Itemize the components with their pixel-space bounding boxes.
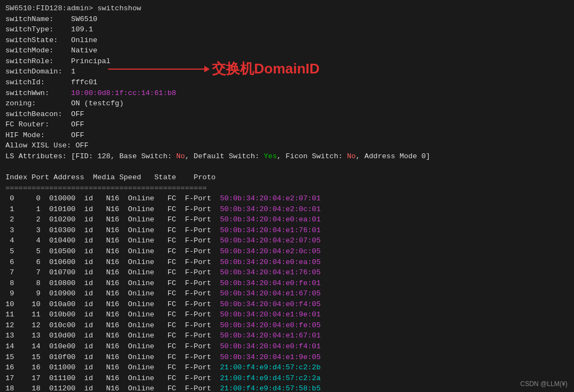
- annotation-text: 交换机DomainID: [212, 59, 319, 78]
- table-header: Index Port Address Media Speed State Pro…: [5, 172, 569, 183]
- switch-type-line: switchType: 109.1: [5, 24, 569, 35]
- table-row: 8 8 010800 id N16 Online FC F-Port 50:0b…: [5, 278, 569, 289]
- table-row: 5 5 010500 id N16 Online FC F-Port 50:0b…: [5, 246, 569, 257]
- table-row: 4 4 010400 id N16 Online FC F-Port 50:0b…: [5, 235, 569, 246]
- switch-mode-line: switchMode: Native: [5, 45, 569, 56]
- switch-beacon-line: switchBeacon: OFF: [5, 109, 569, 120]
- table-row: 7 7 010700 id N16 Online FC F-Port 50:0b…: [5, 267, 569, 278]
- switch-wwn-line: switchWwn: 10:00:0d8:1f:cc:14:61:b8: [5, 88, 569, 99]
- terminal: SW6510:FID128:admin> switchshow switchNa…: [0, 0, 574, 392]
- domain-id-annotation: 交换机DomainID: [108, 59, 319, 78]
- table-row: 1 1 010100 id N16 Online FC F-Port 50:0b…: [5, 204, 569, 215]
- table-row: 17 17 011100 id N16 Online FC F-Port 21:…: [5, 373, 569, 384]
- fc-router-line: FC Router: OFF: [5, 119, 569, 130]
- table-row: 15 15 010f00 id N16 Online FC F-Port 50:…: [5, 352, 569, 363]
- ls-attributes-line: LS Attributes: [FID: 128, Base Switch: N…: [5, 151, 569, 162]
- table-row: 11 11 010b00 id N16 Online FC F-Port 50:…: [5, 309, 569, 320]
- table-row: 16 16 011000 id N16 Online FC F-Port 21:…: [5, 362, 569, 373]
- allow-xisl-line: Allow XISL Use: OFF: [5, 140, 569, 151]
- table-row: 3 3 010300 id N16 Online FC F-Port 50:0b…: [5, 225, 569, 236]
- table-row: 10 10 010a00 id N16 Online FC F-Port 50:…: [5, 299, 569, 310]
- hif-mode-line: HIF Mode: OFF: [5, 130, 569, 141]
- zoning-line: zoning: ON (testcfg): [5, 98, 569, 109]
- switch-id-line: switchId: fffc01: [5, 77, 569, 88]
- table-body: 0 0 010000 id N16 Online FC F-Port 50:0b…: [5, 193, 569, 392]
- table-separator: ========================================…: [5, 183, 569, 194]
- table-row: 2 2 010200 id N16 Online FC F-Port 50:0b…: [5, 214, 569, 225]
- prompt-line: SW6510:FID128:admin> switchshow: [5, 3, 569, 14]
- table-row: 9 9 010900 id N16 Online FC F-Port 50:0b…: [5, 288, 569, 299]
- switch-name-line: switchName: SW6510: [5, 14, 569, 25]
- table-row: 0 0 010000 id N16 Online FC F-Port 50:0b…: [5, 193, 569, 204]
- table-row: 18 18 011200 id N16 Online FC F-Port 21:…: [5, 383, 569, 392]
- blank-line-1: [5, 161, 569, 172]
- watermark: CSDN @LLM(¥): [520, 380, 568, 388]
- table-row: 14 14 010e00 id N16 Online FC F-Port 50:…: [5, 341, 569, 352]
- arrow-line: [108, 69, 205, 70]
- table-row: 12 12 010c00 id N16 Online FC F-Port 50:…: [5, 320, 569, 331]
- switch-state-line: switchState: Online: [5, 35, 569, 46]
- table-row: 6 6 010600 id N16 Online FC F-Port 50:0b…: [5, 257, 569, 268]
- table-row: 13 13 010d00 id N16 Online FC F-Port 50:…: [5, 330, 569, 341]
